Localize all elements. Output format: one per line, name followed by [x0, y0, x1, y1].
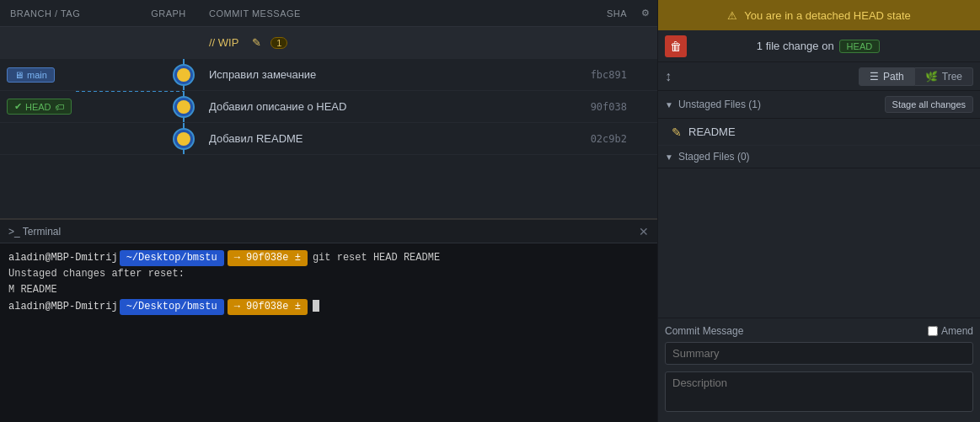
commit-msg-0: Исправил замечание: [202, 68, 549, 81]
terminal-user-1: aladin@MBP-Dmitrij: [8, 250, 118, 266]
terminal-output-1: Unstaged changes after reset:: [8, 266, 649, 282]
badge-head: ✔ HEAD 🏷: [7, 99, 72, 115]
sha-0: fbc891: [549, 69, 634, 81]
unstaged-label: Unstaged Files (1): [678, 99, 761, 110]
left-panel: BRANCH / TAG GRAPH COMMIT MESSAGE SHA ⚙: [0, 0, 657, 219]
branch-main-label: main: [27, 70, 47, 80]
commit-msg-2: Добавил README: [202, 132, 549, 145]
terminal-branch-2: → 90f038e ±: [228, 299, 308, 315]
col-header-branch: BRANCH / TAG: [0, 8, 135, 19]
terminal-title: >_ Terminal: [8, 226, 61, 238]
terminal-cmd-1: git reset HEAD README: [313, 250, 440, 266]
view-buttons: ☰ Path 🌿 Tree: [859, 67, 973, 86]
staged-label: Staged Files (0): [678, 151, 750, 163]
wip-badge: // WIP ✎ 1: [209, 36, 287, 49]
col-header-graph: GRAPH: [135, 8, 202, 19]
commit-label-row: Commit Message Amend: [665, 325, 973, 337]
tag-icon: 🏷: [55, 102, 64, 112]
tree-view-button[interactable]: 🌿 Tree: [915, 67, 973, 86]
warning-icon: ⚠: [727, 9, 737, 22]
column-headers: BRANCH / TAG GRAPH COMMIT MESSAGE SHA ⚙: [0, 0, 657, 27]
right-panel: ⚠ You are in a detached HEAD state 🗑 1 f…: [657, 0, 980, 422]
terminal-path-2: ~/Desktop/bmstu: [120, 299, 224, 315]
detached-head-text: You are in a detached HEAD state: [744, 9, 911, 22]
unstaged-title: ▼ Unstaged Files (1): [665, 99, 761, 110]
path-icon: ☰: [870, 71, 879, 83]
commit-row-wip[interactable]: // WIP ✎ 1: [0, 27, 657, 59]
sha-1: 90f038: [549, 101, 634, 113]
terminal-panel: >_ Terminal ✕ aladin@MBP-Dmitrij ~/Deskt…: [0, 219, 657, 422]
terminal-close-button[interactable]: ✕: [639, 225, 649, 238]
amend-label: Amend: [941, 325, 973, 337]
terminal-line-1: aladin@MBP-Dmitrij ~/Desktop/bmstu → 90f…: [8, 250, 649, 266]
file-change-bar: 🗑 1 file change on HEAD: [658, 30, 980, 62]
commit-label: Commit Message: [665, 325, 743, 337]
commit-desc-input[interactable]: [665, 371, 973, 412]
sort-icon[interactable]: ↕: [665, 69, 672, 84]
view-toggles: ↕ ☰ Path 🌿 Tree: [658, 62, 980, 91]
checkmark-icon: ✔: [14, 101, 22, 112]
discard-button[interactable]: 🗑: [665, 35, 687, 57]
staged-title: ▼ Staged Files (0): [665, 151, 750, 163]
branch-area-main: 🖥 main: [0, 67, 135, 83]
staged-section: ▼ Staged Files (0): [658, 146, 980, 196]
commit-row-1[interactable]: ✔ HEAD 🏷 Добавил описание о HEAD 90f038: [0, 91, 657, 123]
wip-text: // WIP: [209, 36, 238, 49]
detached-head-banner: ⚠ You are in a detached HEAD state: [658, 0, 980, 30]
commit-msg-wip: // WIP ✎ 1: [202, 36, 549, 49]
file-change-text: 1 file change on: [757, 40, 834, 52]
sha-2: 02c9b2: [549, 133, 634, 145]
badge-main: 🖥 main: [7, 67, 55, 83]
unstaged-arrow[interactable]: ▼: [665, 100, 673, 110]
unstaged-header: ▼ Unstaged Files (1) Stage all changes: [658, 91, 980, 119]
settings-icon[interactable]: ⚙: [634, 8, 657, 19]
commit-summary-input[interactable]: [665, 342, 973, 365]
terminal-cursor: [313, 299, 319, 315]
commit-row-0[interactable]: 🖥 main Исправил замечание fbc891: [0, 59, 657, 91]
wip-count: 1: [270, 37, 287, 49]
commit-section: Commit Message Amend: [658, 318, 980, 422]
staged-arrow[interactable]: ▼: [665, 152, 673, 162]
col-header-sha: SHA: [549, 8, 634, 19]
terminal-line-2: aladin@MBP-Dmitrij ~/Desktop/bmstu → 90f…: [8, 299, 649, 315]
terminal-output-2: M README: [8, 282, 649, 298]
amend-checkbox[interactable]: [928, 326, 938, 336]
tree-icon: 🌿: [925, 71, 938, 83]
stage-all-button[interactable]: Stage all changes: [885, 96, 973, 113]
col-header-commit: COMMIT MESSAGE: [202, 8, 549, 19]
terminal-user-2: aladin@MBP-Dmitrij: [8, 299, 118, 315]
unstaged-section: ▼ Unstaged Files (1) Stage all changes ✎…: [658, 91, 980, 146]
tree-label: Tree: [942, 71, 962, 83]
cursor-block: [313, 300, 319, 312]
unstaged-filename: README: [688, 126, 736, 138]
branch-area-head: ✔ HEAD 🏷: [0, 99, 135, 115]
commit-graph-area: // WIP ✎ 1 🖥 main Исправил замечание: [0, 27, 657, 155]
amend-row: Amend: [928, 325, 973, 337]
terminal-path-1: ~/Desktop/bmstu: [120, 250, 224, 266]
unstaged-file-readme[interactable]: ✎ README: [658, 119, 980, 146]
terminal-header: >_ Terminal ✕: [0, 220, 657, 243]
staged-header: ▼ Staged Files (0): [658, 146, 980, 168]
modified-icon: ✎: [672, 126, 682, 139]
terminal-body[interactable]: aladin@MBP-Dmitrij ~/Desktop/bmstu → 90f…: [0, 243, 657, 322]
commit-row-2[interactable]: Добавил README 02c9b2: [0, 123, 657, 155]
branch-head-label: HEAD: [25, 102, 51, 112]
head-label: HEAD: [839, 40, 881, 53]
path-label: Path: [883, 71, 904, 83]
terminal-branch-1: → 90f038e ±: [228, 250, 308, 266]
path-view-button[interactable]: ☰ Path: [859, 67, 915, 86]
commit-msg-1: Добавил описание о HEAD: [202, 100, 549, 113]
monitor-icon: 🖥: [14, 70, 24, 80]
pencil-icon: ✎: [252, 36, 261, 49]
